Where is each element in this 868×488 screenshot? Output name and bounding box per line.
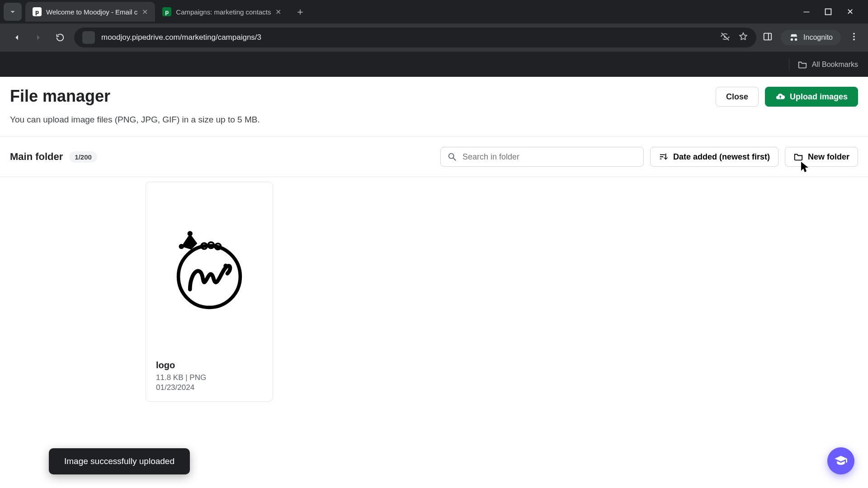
new-folder-label: New folder <box>808 152 849 162</box>
folder-icon <box>793 152 803 162</box>
tab-strip: p Welcome to Moodjoy - Email c ✕ p Campa… <box>0 0 868 23</box>
maximize-icon <box>823 7 833 17</box>
window-close-button[interactable]: ✕ <box>844 6 855 17</box>
file-info: 11.8 KB | PNG <box>156 373 263 382</box>
sort-icon <box>659 152 669 162</box>
svg-line-7 <box>453 158 456 161</box>
tab-close-button[interactable]: ✕ <box>275 8 281 16</box>
url-text: moodjoy.pipedrive.com/marketing/campaign… <box>101 33 714 42</box>
tab-title: Welcome to Moodjoy - Email c <box>46 8 137 16</box>
svg-point-3 <box>853 33 855 35</box>
incognito-icon <box>789 33 799 42</box>
app-root: File manager Close Upload images You can… <box>0 77 868 488</box>
svg-point-9 <box>179 244 184 249</box>
bookmarks-bar: All Bookmarks <box>0 52 868 77</box>
folder-toolbar: Main folder 1/200 Date added (newest fir… <box>0 137 868 177</box>
file-grid: logo 11.8 KB | PNG 01/23/2024 <box>0 177 868 406</box>
incognito-chip[interactable]: Incognito <box>781 30 841 45</box>
upload-images-button[interactable]: Upload images <box>765 87 858 107</box>
star-icon[interactable] <box>738 32 748 43</box>
reload-icon <box>55 33 65 42</box>
new-folder-button[interactable]: New folder <box>785 147 858 167</box>
svg-point-10 <box>188 231 193 236</box>
search-box[interactable] <box>440 147 644 167</box>
file-meta: logo 11.8 KB | PNG 01/23/2024 <box>146 354 273 401</box>
browser-chrome: p Welcome to Moodjoy - Email c ✕ p Campa… <box>0 0 868 77</box>
nav-back-button[interactable] <box>9 30 24 45</box>
svg-rect-1 <box>764 33 772 40</box>
new-tab-button[interactable]: ＋ <box>292 4 308 20</box>
chevron-down-icon <box>8 7 18 17</box>
nav-forward-button[interactable] <box>31 30 46 45</box>
svg-point-6 <box>449 154 454 159</box>
favicon-icon: p <box>162 7 171 16</box>
separator <box>789 58 789 71</box>
window-maximize-button[interactable] <box>823 6 834 17</box>
kebab-icon <box>849 32 859 42</box>
panel-icon <box>763 32 773 42</box>
browser-tab-active[interactable]: p Welcome to Moodjoy - Email c ✕ <box>25 2 155 22</box>
page-subtitle: You can upload image files (PNG, JPG, GI… <box>0 107 868 136</box>
cloud-upload-icon <box>775 92 785 102</box>
sort-label: Date added (newest first) <box>673 152 770 162</box>
sort-button[interactable]: Date added (newest first) <box>650 147 778 167</box>
folder-name: Main folder <box>10 151 63 163</box>
svg-point-4 <box>853 36 855 38</box>
folder-icon <box>797 60 807 70</box>
header-actions: Close Upload images <box>716 87 858 107</box>
page-header: File manager Close Upload images <box>0 77 868 107</box>
svg-rect-0 <box>826 9 831 15</box>
tab-title: Campaigns: marketing contacts <box>176 8 271 16</box>
side-panel-button[interactable] <box>763 32 773 43</box>
favicon-icon: p <box>33 7 42 16</box>
arrow-left-icon <box>12 33 22 42</box>
search-icon <box>447 152 457 162</box>
help-fab[interactable] <box>827 447 854 474</box>
tune-icon <box>84 33 94 42</box>
tab-close-button[interactable]: ✕ <box>142 8 148 16</box>
file-card[interactable]: logo 11.8 KB | PNG 01/23/2024 <box>146 182 273 402</box>
search-input[interactable] <box>462 152 637 162</box>
file-thumbnail <box>146 182 273 354</box>
tab-search-button[interactable] <box>4 3 22 21</box>
browser-menu-button[interactable] <box>849 32 859 43</box>
window-minimize-button[interactable]: ─ <box>801 6 812 17</box>
site-settings-button[interactable] <box>82 31 95 44</box>
close-button[interactable]: Close <box>716 87 759 107</box>
file-name: logo <box>156 360 263 371</box>
nav-reload-button[interactable] <box>52 30 68 45</box>
svg-point-14 <box>223 264 228 268</box>
arrow-right-icon <box>33 33 43 42</box>
graduation-cap-icon <box>834 454 848 468</box>
address-bar: moodjoy.pipedrive.com/marketing/campaign… <box>0 23 868 52</box>
toolbar-right: Incognito <box>763 30 859 45</box>
page-title: File manager <box>10 87 110 106</box>
toast-success: Image successfully uploaded <box>49 448 190 474</box>
logo-image-icon <box>166 223 252 313</box>
incognito-label: Incognito <box>803 33 833 42</box>
browser-tab[interactable]: p Campaigns: marketing contacts ✕ <box>155 2 288 22</box>
window-controls: ─ ✕ <box>801 6 864 17</box>
omnibox[interactable]: moodjoy.pipedrive.com/marketing/campaign… <box>74 28 756 47</box>
svg-point-5 <box>853 39 855 41</box>
file-date: 01/23/2024 <box>156 383 263 392</box>
upload-images-label: Upload images <box>790 92 848 102</box>
eye-off-icon[interactable] <box>720 32 730 43</box>
all-bookmarks-button[interactable]: All Bookmarks <box>812 61 858 69</box>
file-count-badge: 1/200 <box>69 151 97 163</box>
